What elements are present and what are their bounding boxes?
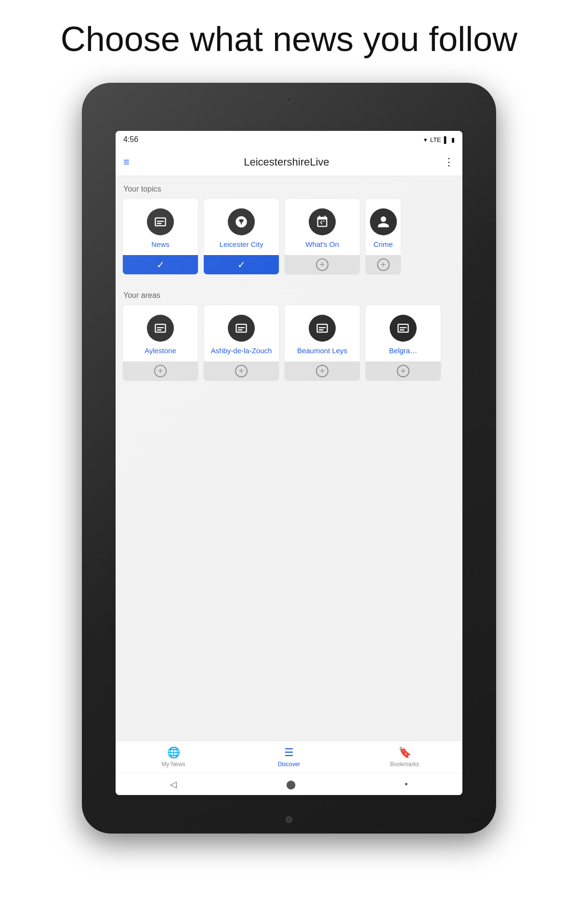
- hamburger-menu-icon[interactable]: ≡: [123, 156, 130, 168]
- page-title: Choose what news you follow: [0, 0, 578, 83]
- main-content: Your topics News ✓: [116, 176, 462, 740]
- android-recent-button[interactable]: ▪: [405, 779, 407, 789]
- app-header: ≡ LeicestershireLive ⋮: [116, 148, 462, 176]
- topic-card-whatson-top: What's On: [285, 199, 360, 255]
- beaumont-plus-icon: +: [316, 365, 328, 377]
- aylestone-icon-circle: [147, 315, 174, 342]
- whats-on-label: What's On: [305, 240, 339, 248]
- aylestone-label: Aylestone: [144, 346, 176, 355]
- android-nav-bar: ◁ ⬤ ▪: [116, 773, 462, 795]
- topic-card-leicester-city[interactable]: Leicester City ✓: [203, 198, 279, 275]
- leicester-city-label: Leicester City: [220, 240, 263, 248]
- area-card-aylestone[interactable]: Aylestone +: [122, 305, 198, 381]
- whatson-plus-icon: +: [316, 258, 328, 271]
- areas-section-label: Your areas: [116, 282, 462, 305]
- app-logo: LeicestershireLive: [244, 156, 329, 168]
- topic-card-news-top: News: [123, 199, 198, 255]
- ashby-icon-circle: [228, 315, 255, 342]
- nav-discover[interactable]: ☰ Discover: [231, 746, 347, 768]
- belgrave-plus-icon: +: [397, 365, 409, 377]
- belgrave-add-button[interactable]: +: [366, 361, 441, 381]
- signal-icon: ▌: [444, 136, 448, 143]
- bookmarks-label: Bookmarks: [390, 761, 419, 768]
- leicester-icon-circle: [228, 208, 255, 235]
- beaumont-add-button[interactable]: +: [285, 361, 360, 381]
- lte-label: LTE: [430, 136, 441, 143]
- belgrave-top: Belgra…: [366, 305, 441, 361]
- belgrave-news-icon: [396, 321, 410, 335]
- camera: [286, 96, 292, 103]
- aylestone-plus-icon: +: [154, 365, 167, 377]
- more-options-icon[interactable]: ⋮: [444, 156, 455, 168]
- crime-add-button[interactable]: +: [366, 255, 401, 274]
- ashby-add-button[interactable]: +: [204, 361, 279, 381]
- aylestone-news-icon: [154, 321, 167, 335]
- ashby-news-icon: [235, 321, 248, 335]
- leicester-follow-button[interactable]: ✓: [204, 255, 279, 274]
- status-icons: ▾ LTE ▌ ▮: [424, 136, 455, 143]
- tablet-screen: 4:56 ▾ LTE ▌ ▮ ≡ LeicestershireLive ⋮ Yo…: [116, 131, 462, 795]
- area-card-belgrave[interactable]: Belgra… +: [365, 305, 441, 381]
- android-back-button[interactable]: ◁: [170, 779, 177, 790]
- belgrave-icon-circle: [390, 315, 417, 342]
- discover-icon: ☰: [284, 746, 294, 759]
- crime-plus-icon: +: [377, 258, 390, 271]
- tablet-device: 4:56 ▾ LTE ▌ ▮ ≡ LeicestershireLive ⋮ Yo…: [82, 83, 496, 834]
- news-check-icon: ✓: [157, 259, 165, 270]
- crime-label: Crime: [374, 240, 393, 248]
- logo-live: Live: [310, 156, 329, 168]
- battery-icon: ▮: [451, 136, 455, 143]
- bottom-nav: 🌐 My News ☰ Discover 🔖 Bookmarks: [116, 740, 462, 773]
- whatson-icon-circle: [309, 208, 336, 235]
- nav-my-news[interactable]: 🌐 My News: [116, 746, 231, 768]
- areas-row: Aylestone + Ashby-de-la-Zouch: [116, 305, 462, 389]
- aylestone-add-button[interactable]: +: [123, 361, 198, 381]
- nav-bookmarks[interactable]: 🔖 Bookmarks: [347, 746, 462, 768]
- beaumont-icon-circle: [309, 315, 336, 342]
- wifi-icon: ▾: [424, 136, 427, 143]
- soccer-icon: [235, 215, 248, 229]
- status-bar: 4:56 ▾ LTE ▌ ▮: [116, 131, 462, 148]
- topic-card-crime[interactable]: Crime +: [365, 198, 401, 275]
- person-icon: [377, 215, 390, 229]
- area-card-ashby[interactable]: Ashby-de-la-Zouch +: [203, 305, 279, 381]
- news-icon-circle: [147, 208, 174, 235]
- logo-leicestershire: Leicestershire: [244, 156, 310, 168]
- calendar-icon: [315, 215, 329, 229]
- beaumont-top: Beaumont Leys: [285, 305, 360, 361]
- ashby-plus-icon: +: [235, 365, 248, 377]
- status-time: 4:56: [123, 135, 138, 144]
- topic-card-whats-on[interactable]: What's On +: [284, 198, 360, 275]
- news-label: News: [151, 240, 170, 248]
- discover-label: Discover: [278, 761, 301, 768]
- beaumont-label: Beaumont Leys: [297, 346, 347, 355]
- my-news-icon: 🌐: [167, 746, 180, 759]
- home-button-physical[interactable]: [286, 816, 292, 823]
- newspaper-icon: [154, 215, 167, 229]
- topics-section-label: Your topics: [116, 176, 462, 198]
- topic-card-news[interactable]: News ✓: [122, 198, 198, 275]
- area-card-beaumont-leys[interactable]: Beaumont Leys +: [284, 305, 360, 381]
- my-news-label: My News: [161, 761, 185, 768]
- beaumont-news-icon: [315, 321, 329, 335]
- topics-row: News ✓ Leicester City: [116, 198, 462, 282]
- aylestone-top: Aylestone: [123, 305, 198, 361]
- ashby-label: Ashby-de-la-Zouch: [211, 346, 272, 355]
- leicester-check-icon: ✓: [237, 259, 246, 270]
- crime-icon-circle: [370, 208, 397, 235]
- belgrave-label: Belgra…: [389, 346, 417, 355]
- topic-card-leicester-top: Leicester City: [204, 199, 279, 255]
- whatson-add-button[interactable]: +: [285, 255, 360, 274]
- android-home-button[interactable]: ⬤: [286, 779, 296, 790]
- topic-card-crime-top: Crime: [366, 199, 401, 255]
- ashby-top: Ashby-de-la-Zouch: [204, 305, 279, 361]
- bookmarks-icon: 🔖: [398, 746, 411, 759]
- news-follow-button[interactable]: ✓: [123, 255, 198, 274]
